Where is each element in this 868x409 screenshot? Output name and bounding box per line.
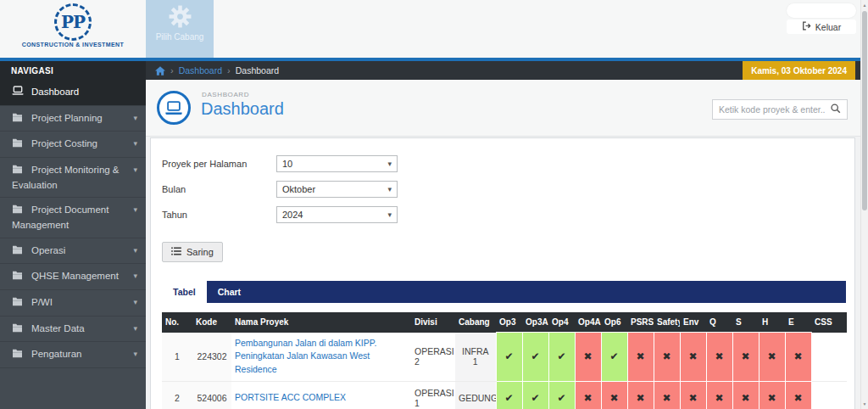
pp-logo-icon: PP bbox=[54, 3, 92, 41]
breadcrumb-link[interactable]: Dashboard bbox=[179, 65, 222, 76]
breadcrumb-bar: NAVIGASI ›Dashboard›Dashboard Kamis, 03 … bbox=[0, 61, 868, 80]
company-logo: PP CONSTRUCTION & INVESTMENT bbox=[0, 0, 146, 58]
breadcrumb: ›Dashboard›Dashboard bbox=[146, 61, 279, 80]
column-header-op4: Op4 bbox=[548, 312, 575, 333]
saring-button[interactable]: Saring bbox=[162, 242, 223, 262]
cell-no: 2 bbox=[162, 381, 192, 409]
column-header-safety: Safety bbox=[654, 312, 680, 333]
sidebar-item-operasi[interactable]: Operasi▾ bbox=[0, 238, 146, 265]
column-header-nama-proyek: Nama Proyek bbox=[231, 312, 411, 333]
scroll-up-icon[interactable]: ▲ bbox=[861, 3, 868, 8]
folder-icon bbox=[12, 164, 25, 178]
sidebar: DashboardProject Planning▾Project Costin… bbox=[0, 80, 146, 409]
select-value: 10 bbox=[282, 159, 387, 169]
folder-icon bbox=[12, 204, 25, 218]
sidebar-item-label: Dashboard bbox=[31, 87, 79, 97]
sidebar-item-project-monitoring-evaluation[interactable]: Project Monitoring & Evaluation▾ bbox=[0, 158, 146, 198]
project-link[interactable]: Pembangunan Jalan di dalam KIPP. Peningk… bbox=[235, 338, 376, 375]
filter-select-proyek-per-halaman[interactable]: 10▾ bbox=[276, 155, 398, 172]
filter-select-bulan[interactable]: Oktober▾ bbox=[276, 181, 398, 198]
project-link[interactable]: PORTSITE ACC COMPLEX bbox=[235, 392, 346, 402]
pilih-cabang-button[interactable]: Pilih Cabang bbox=[146, 0, 214, 58]
sidebar-item-p-wi[interactable]: P/WI▾ bbox=[0, 290, 146, 317]
scrollbar-thumb[interactable] bbox=[862, 11, 867, 210]
column-header-op4a: Op4A bbox=[575, 312, 601, 333]
vertical-scrollbar[interactable]: ▲ ▼ bbox=[860, 0, 868, 409]
filter-form: Proyek per Halaman10▾BulanOktober▾Tahun2… bbox=[162, 155, 846, 223]
scroll-down-icon[interactable]: ▼ bbox=[861, 401, 868, 406]
top-header: PP CONSTRUCTION & INVESTMENT P bbox=[0, 0, 868, 58]
folder-icon bbox=[12, 348, 25, 362]
chevron-down-icon: ▾ bbox=[133, 349, 137, 360]
status-x-cell: ✖ bbox=[627, 333, 654, 382]
filter-row: BulanOktober▾ bbox=[162, 181, 846, 198]
column-header-divisi: Divisi bbox=[411, 312, 455, 333]
sidebar-item-qhse-management[interactable]: QHSE Management▾ bbox=[0, 264, 146, 290]
chevron-down-icon: ▾ bbox=[133, 323, 137, 334]
status-x-cell: ✖ bbox=[706, 381, 732, 409]
status-x-cell: ✖ bbox=[706, 333, 732, 382]
sidebar-item-dashboard[interactable]: Dashboard bbox=[0, 80, 146, 106]
cell-css bbox=[811, 381, 847, 409]
sidebar-item-label: Project Costing bbox=[31, 138, 97, 148]
user-area: Keluar bbox=[787, 3, 856, 34]
search-input[interactable] bbox=[719, 104, 830, 115]
filter-label: Proyek per Halaman bbox=[162, 159, 276, 169]
logout-label: Keluar bbox=[815, 22, 841, 32]
chevron-down-icon: ▾ bbox=[387, 210, 392, 219]
cell-kode: 524006 bbox=[192, 381, 231, 409]
search-icon[interactable] bbox=[830, 102, 841, 117]
page-header: DASHBOARD Dashboard bbox=[146, 80, 860, 137]
date-badge: Kamis, 03 Oktober 2024 bbox=[743, 61, 855, 80]
sidebar-item-master-data[interactable]: Master Data▾ bbox=[0, 317, 146, 343]
cell-nama: Pembangunan Jalan di dalam KIPP. Peningk… bbox=[231, 333, 411, 382]
project-table: No.KodeNama ProyekDivisiCabangOp3Op3AOp4… bbox=[162, 312, 847, 409]
column-header-env: Env bbox=[680, 312, 706, 333]
status-x-cell: ✖ bbox=[627, 381, 654, 409]
status-x-cell: ✖ bbox=[759, 333, 785, 382]
select-value: 2024 bbox=[282, 210, 387, 220]
status-check-cell: ✔ bbox=[522, 381, 548, 409]
column-header-q: Q bbox=[706, 312, 732, 333]
logout-button[interactable]: Keluar bbox=[787, 20, 856, 34]
user-badge[interactable] bbox=[787, 3, 856, 18]
logout-icon bbox=[802, 21, 811, 32]
chevron-down-icon: ▾ bbox=[387, 185, 392, 193]
sidebar-item-label: Master Data bbox=[31, 323, 85, 333]
cell-nama: PORTSITE ACC COMPLEX bbox=[231, 381, 411, 409]
sidebar-item-label: Project Planning bbox=[31, 113, 103, 123]
sidebar-item-label: P/WI bbox=[31, 297, 53, 307]
sidebar-item-project-planning[interactable]: Project Planning▾ bbox=[0, 106, 146, 132]
status-x-cell: ✖ bbox=[654, 333, 680, 382]
gear-icon bbox=[169, 16, 192, 31]
cell-kode: 224302 bbox=[192, 333, 231, 382]
status-x-cell: ✖ bbox=[759, 381, 785, 409]
saring-label: Saring bbox=[186, 247, 214, 257]
project-search bbox=[712, 99, 848, 120]
sidebar-item-pengaturan[interactable]: Pengaturan▾ bbox=[0, 342, 146, 368]
select-value: Oktober bbox=[282, 184, 387, 194]
logo-subtitle: CONSTRUCTION & INVESTMENT bbox=[0, 42, 146, 48]
status-x-cell: ✖ bbox=[785, 333, 811, 382]
status-check-cell: ✔ bbox=[496, 381, 522, 409]
navigasi-label: NAVIGASI bbox=[0, 61, 146, 80]
cell-cabang: INFRA 1 bbox=[455, 333, 496, 382]
chevron-down-icon: ▾ bbox=[387, 160, 392, 168]
column-header-cabang: Cabang bbox=[455, 312, 496, 333]
sidebar-item-project-document-management[interactable]: Project Document Management▾ bbox=[0, 198, 146, 238]
breadcrumb-separator-icon: › bbox=[227, 65, 231, 76]
column-header-css: CSS bbox=[811, 312, 847, 333]
status-x-cell: ✖ bbox=[680, 381, 706, 409]
status-x-cell: ✖ bbox=[575, 333, 601, 382]
tab-chart[interactable]: Chart bbox=[207, 281, 252, 303]
sidebar-item-label: Operasi bbox=[31, 245, 65, 255]
tab-tabel[interactable]: Tabel bbox=[162, 281, 207, 303]
pilih-cabang-label: Pilih Cabang bbox=[146, 32, 214, 42]
column-header-op6: Op6 bbox=[601, 312, 627, 333]
home-icon[interactable] bbox=[155, 66, 165, 76]
filter-select-tahun[interactable]: 2024▾ bbox=[276, 206, 398, 223]
sidebar-item-project-costing[interactable]: Project Costing▾ bbox=[0, 132, 146, 158]
table-row: 1224302Pembangunan Jalan di dalam KIPP. … bbox=[162, 333, 847, 382]
column-header-kode: Kode bbox=[192, 312, 231, 333]
sidebar-item-label: Project Document Management bbox=[12, 204, 108, 230]
